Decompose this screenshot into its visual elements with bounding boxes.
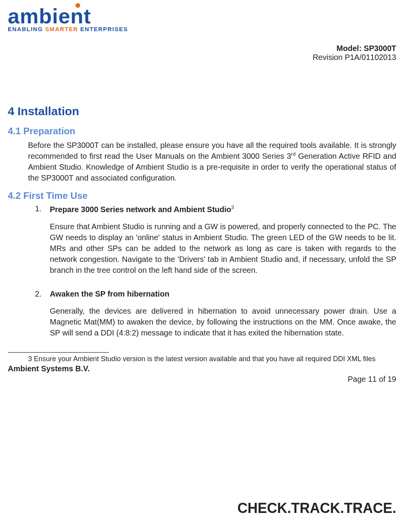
doc-header: Model: SP3000T Revision P1A/01102013 <box>8 44 396 62</box>
prep-rd-sup: rd <box>291 151 296 157</box>
step-2-num: 2. <box>35 290 50 298</box>
step-1-title: Prepare 3000 Series network and Ambient … <box>50 204 234 214</box>
logo-block: ambient ENABLING SMARTER ENTERPRISES <box>8 4 396 32</box>
step-1-footnote-ref: 3 <box>231 204 234 210</box>
model-label: Model: SP3000T <box>8 44 396 53</box>
step-2: 2. Awaken the SP from hibernation <box>35 290 396 298</box>
page-number: Page 11 of 19 <box>8 375 396 384</box>
subsection-first-time-use: 4.2 First Time Use <box>8 190 396 201</box>
logo-wordmark: ambient <box>8 4 91 28</box>
step-2-title: Awaken the SP from hibernation <box>50 290 169 298</box>
step-1-num: 1. <box>35 204 50 214</box>
step-1-body: Ensure that Ambient Studio is running an… <box>50 221 396 276</box>
step-1-title-text: Prepare 3000 Series network and Ambient … <box>50 205 231 214</box>
preparation-body: Before the SP3000T can be installed, ple… <box>28 140 396 183</box>
subsection-preparation: 4.1 Preparation <box>8 126 396 137</box>
footnote-divider <box>8 352 109 353</box>
revision-label: Revision P1A/01102013 <box>8 53 396 62</box>
footer-slogan: CHECK.TRACK.TRACE. <box>237 500 396 516</box>
footnote-3: 3 Ensure your Ambient Studio version is … <box>28 354 396 363</box>
step-1: 1. Prepare 3000 Series network and Ambie… <box>35 204 396 214</box>
step-2-body: Generally, the devices are delivered in … <box>50 306 396 338</box>
footer-company: Ambient Systems B.V. <box>8 364 396 373</box>
logo-dot-icon <box>76 3 80 8</box>
logo-text: ambient <box>8 4 91 28</box>
section-heading-installation: 4 Installation <box>8 105 396 118</box>
